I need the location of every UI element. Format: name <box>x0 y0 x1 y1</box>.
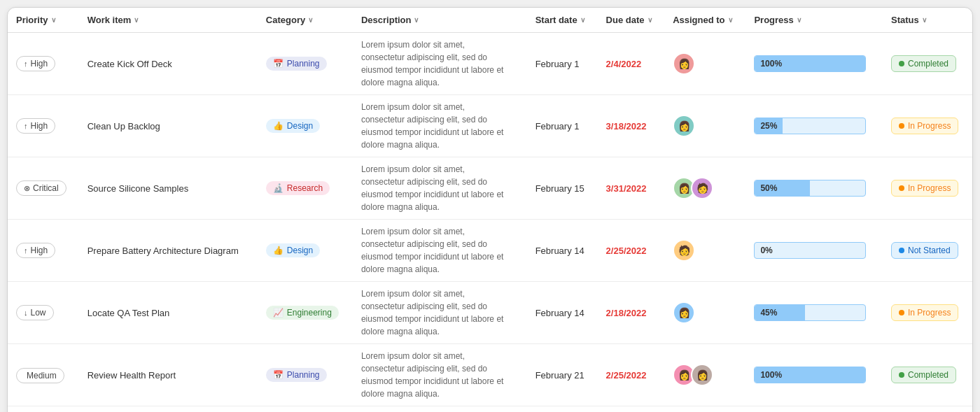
progress-bar-container: 25% <box>754 118 866 134</box>
cell-assigned-to: 🧑 <box>664 220 746 282</box>
cell-assigned-to: 👩 <box>664 33 746 95</box>
status-badge: Completed <box>891 367 956 383</box>
table-row: ↓ Low Locate QA Test Plan 📈 Engineering … <box>8 282 972 344</box>
cell-description: Lorem ipsum dolor sit amet, consectetur … <box>353 95 527 157</box>
cell-status: In Progress <box>883 95 972 157</box>
cell-status: Completed <box>883 33 972 95</box>
col-header-progress[interactable]: Progress ∨ <box>746 8 883 33</box>
cell-priority: ⊗ Critical <box>8 157 79 220</box>
chevron-down-icon: ∨ <box>51 16 56 24</box>
col-header-due-date[interactable]: Due date ∨ <box>598 8 665 33</box>
col-header-category[interactable]: Category ∨ <box>258 8 353 33</box>
cell-priority: ↑ High <box>8 220 79 282</box>
cell-category: 📅 Planning <box>258 33 353 95</box>
cell-category: 📈 Engineering <box>258 282 353 344</box>
table-row: ↑ High Clean Up Backlog 👍 Design Lorem i… <box>8 95 972 157</box>
col-header-status[interactable]: Status ∨ <box>883 8 972 33</box>
avatar-group: 👩 🧑 <box>673 177 737 199</box>
category-icon: 👍 <box>273 246 284 255</box>
cell-due-date: 2/25/2022 <box>598 344 665 406</box>
priority-badge: ↑ High <box>16 243 55 258</box>
progress-label: 25% <box>760 121 777 131</box>
priority-badge: ↓ Low <box>16 305 54 320</box>
cell-progress: 45% <box>746 282 883 344</box>
cell-work-item: Clean Up Backlog <box>79 95 258 157</box>
progress-label: 100% <box>760 370 782 380</box>
progress-bar-container: 100% <box>754 55 866 72</box>
col-header-priority[interactable]: Priority ∨ <box>8 8 79 33</box>
cell-assigned-to: 👩 <box>664 282 746 344</box>
progress-label: 100% <box>760 59 782 69</box>
progress-bar-container: 100% <box>754 367 866 383</box>
avatar: 👩 <box>673 52 695 75</box>
avatar-group: 🧑 <box>673 239 737 262</box>
col-header-start-date[interactable]: Start date ∨ <box>527 8 598 33</box>
col-header-work-item[interactable]: Work item ∨ <box>79 8 258 33</box>
avatar: 👩 <box>673 115 695 137</box>
category-badge: 📅 Planning <box>266 57 327 71</box>
cell-status: In Progress <box>883 157 972 220</box>
main-table-container: Priority ∨ Work item ∨ Category ∨ <box>7 7 973 412</box>
cell-work-item: Share Kickoff Minutes <box>79 406 258 413</box>
category-icon: 📅 <box>273 59 284 69</box>
cell-progress: 100% <box>746 33 883 95</box>
category-badge: 📈 Engineering <box>266 306 339 320</box>
cell-status: In Progress <box>883 282 972 344</box>
avatar: 👩 <box>673 301 695 324</box>
cell-description: Lorem ipsum dolor sit amet, consectetur … <box>353 406 527 413</box>
status-dot-icon <box>899 372 904 378</box>
cell-category: 👍 Design <box>258 220 353 282</box>
category-icon: 👍 <box>273 121 284 131</box>
status-dot-icon <box>899 248 904 253</box>
cell-start-date: February 15 <box>527 157 598 220</box>
status-badge: In Progress <box>891 180 958 197</box>
cell-priority: Medium <box>8 344 79 406</box>
col-header-assigned-to[interactable]: Assigned to ∨ <box>664 8 746 33</box>
cell-status: Not Started <box>883 406 972 413</box>
priority-badge: ↑ High <box>16 56 55 71</box>
priority-badge: Medium <box>16 368 64 383</box>
avatar: 🧑 <box>673 239 695 262</box>
cell-priority: ↑ High <box>8 95 79 157</box>
cell-priority: ↓ Low <box>8 282 79 344</box>
avatar: 👩 <box>691 364 713 386</box>
chevron-down-icon: ∨ <box>648 16 652 24</box>
chevron-down-icon: ∨ <box>134 16 139 24</box>
cell-start-date: March 28 <box>527 406 598 413</box>
category-badge: 🔬 Research <box>266 181 330 195</box>
chevron-down-icon: ∨ <box>728 16 733 24</box>
work-items-table: Priority ∨ Work item ∨ Category ∨ <box>8 8 972 412</box>
cell-progress: 50% <box>746 157 883 220</box>
category-badge: 📅 Planning <box>266 368 327 382</box>
status-badge: Completed <box>891 55 956 72</box>
cell-due-date: 2/25/2022 <box>598 220 665 282</box>
cell-priority: ↑ High <box>8 33 79 95</box>
cell-category: 👍 Design <box>258 95 353 157</box>
cell-work-item: Prepare Battery Architecture Diagram <box>79 220 258 282</box>
status-badge: In Progress <box>891 304 958 321</box>
category-badge: 👍 Design <box>266 119 320 133</box>
cell-progress: 100% <box>746 344 883 406</box>
cell-due-date: 7/1/2022 <box>598 406 665 413</box>
cell-progress: 0% <box>746 220 883 282</box>
status-badge: Not Started <box>891 242 958 259</box>
col-header-description[interactable]: Description ∨ <box>353 8 527 33</box>
progress-label: 50% <box>760 183 777 193</box>
cell-category: 🔬 Research <box>258 157 353 220</box>
cell-start-date: February 1 <box>527 33 598 95</box>
table-header-row: Priority ∨ Work item ∨ Category ∨ <box>8 8 972 33</box>
cell-category: 📅 Planning <box>258 344 353 406</box>
cell-start-date: February 21 <box>527 344 598 406</box>
status-dot-icon <box>899 310 904 315</box>
avatar-group: 👩 <box>673 301 737 324</box>
cell-description: Lorem ipsum dolor sit amet, consectetur … <box>353 344 527 406</box>
cell-assigned-to: 👩 👩 <box>664 344 746 406</box>
chevron-down-icon: ∨ <box>580 16 585 24</box>
progress-bar-container: 50% <box>754 180 866 197</box>
cell-work-item: Locate QA Test Plan <box>79 282 258 344</box>
progress-bar-container: 45% <box>754 304 866 321</box>
chevron-down-icon: ∨ <box>797 16 802 24</box>
status-badge: In Progress <box>891 118 958 134</box>
chevron-down-icon: ∨ <box>414 16 419 24</box>
status-dot-icon <box>899 123 904 129</box>
